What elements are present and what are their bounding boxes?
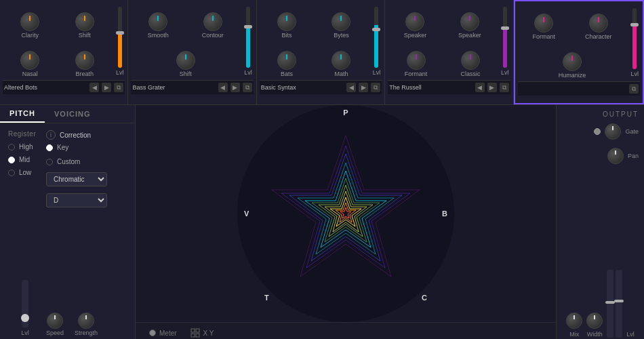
- module-next-btn-3[interactable]: ▶: [359, 83, 368, 92]
- custom-row[interactable]: Custom: [46, 158, 127, 165]
- register-low-label: Low: [19, 169, 31, 176]
- knob-bats[interactable]: [277, 51, 296, 70]
- gate-indicator[interactable]: [594, 128, 601, 135]
- fader-lvl-pink-label: Lvl: [631, 71, 639, 77]
- right-panel: OUTPUT Gate Pan Mix: [556, 105, 644, 339]
- knob-group-classic: Classic: [460, 51, 480, 77]
- knob-math-label: Math: [334, 71, 348, 77]
- module-prev-btn-2[interactable]: ◀: [218, 83, 228, 92]
- knob-speaker2[interactable]: [460, 12, 479, 31]
- knob-bits[interactable]: [277, 12, 296, 31]
- fader-lvl-altered-bots[interactable]: [118, 7, 122, 68]
- main-fader-left[interactable]: [607, 270, 613, 338]
- register-low[interactable]: Low: [8, 169, 42, 176]
- knob-gate[interactable]: [605, 123, 621, 140]
- module-prev-btn-4[interactable]: ◀: [475, 83, 485, 92]
- key-label: Key: [57, 144, 68, 151]
- knob-smooth[interactable]: [148, 12, 167, 31]
- vis-label-c: C: [422, 294, 427, 302]
- module-name-the-russell: The Russell: [389, 84, 472, 91]
- info-icon[interactable]: i: [46, 130, 56, 140]
- register-high[interactable]: High: [8, 143, 42, 151]
- knob-character[interactable]: [589, 14, 608, 33]
- knob-formant1[interactable]: [407, 51, 426, 70]
- vis-label-v: V: [244, 210, 249, 218]
- knob-classic[interactable]: [461, 51, 480, 70]
- lvl-fader-label: Lvl: [21, 330, 29, 336]
- knob-contour[interactable]: [203, 12, 222, 31]
- knob-clarity[interactable]: [20, 12, 39, 31]
- knob-shift2[interactable]: [176, 51, 195, 70]
- knob-humanize[interactable]: [563, 52, 582, 71]
- fader-lvl-basic-syntax[interactable]: [374, 7, 378, 68]
- correction-row: i Correction: [46, 130, 127, 140]
- knob-clarity-label: Clarity: [21, 32, 39, 39]
- key-row[interactable]: Key: [46, 144, 127, 151]
- module-next-btn[interactable]: ▶: [102, 83, 111, 92]
- module-settings-btn-5[interactable]: ⧉: [629, 84, 639, 94]
- module-settings-btn[interactable]: ⧉: [114, 83, 123, 92]
- knob-bytes[interactable]: [331, 12, 350, 31]
- xy-label: X Y: [203, 330, 214, 337]
- knob-speaker2-label: Speaker: [458, 32, 481, 39]
- knob-breath[interactable]: [75, 51, 94, 70]
- register-label: Register: [8, 130, 42, 138]
- output-title: OUTPUT: [603, 111, 639, 118]
- tab-voicing[interactable]: VOICING: [45, 105, 100, 123]
- knob-breath-label: Breath: [75, 71, 94, 77]
- vis-bottom-bar: Meter X Y: [136, 322, 556, 339]
- main-lvl-label: Lvl: [626, 331, 635, 338]
- main-content: PITCH VOICING Register High Mid: [0, 105, 644, 339]
- module-next-btn-2[interactable]: ▶: [230, 83, 240, 92]
- module-settings-btn-4[interactable]: ⧉: [500, 83, 509, 92]
- knob-classic-label: Classic: [460, 71, 480, 77]
- knob-math[interactable]: [331, 51, 350, 70]
- vis-label-t: T: [264, 294, 269, 302]
- chromatic-dropdown[interactable]: Chromatic Major Minor: [46, 172, 107, 186]
- knob-speaker1[interactable]: [405, 12, 424, 31]
- knob-pan[interactable]: [607, 148, 624, 164]
- fader-lvl-pink[interactable]: [632, 8, 637, 69]
- module-prev-btn-3[interactable]: ◀: [346, 83, 356, 92]
- fader-lvl-the-russell[interactable]: [503, 7, 507, 68]
- top-modules-section: Clarity Shift Nasal Breath: [0, 0, 644, 105]
- radio-key: [46, 144, 53, 151]
- knob-width[interactable]: [586, 313, 603, 329]
- gate-label: Gate: [625, 128, 639, 135]
- key-dropdown[interactable]: D C C# D# E: [46, 193, 107, 207]
- knob-strength[interactable]: [78, 313, 94, 329]
- lvl-fader-thumb: [21, 314, 29, 322]
- main-fader-right[interactable]: [616, 270, 622, 338]
- xy-btn[interactable]: X Y: [190, 328, 214, 338]
- knob-group-character: Character: [585, 14, 612, 40]
- module-settings-btn-2[interactable]: ⧉: [243, 83, 252, 92]
- knob-shift[interactable]: [75, 12, 94, 31]
- fader-thumb-left: [605, 301, 615, 304]
- knob-group-math: Math: [331, 51, 350, 77]
- vis-label-b: B: [442, 210, 447, 218]
- module-next-btn-4[interactable]: ▶: [487, 83, 497, 92]
- fader-lvl-bass-grater[interactable]: [246, 7, 250, 68]
- register-mid[interactable]: Mid: [8, 156, 42, 163]
- meter-btn[interactable]: Meter: [149, 330, 177, 337]
- knob-character-label: Character: [585, 33, 612, 40]
- mix-label: Mix: [569, 331, 579, 338]
- fader-lvl-basic-syntax-label: Lvl: [373, 69, 381, 76]
- fader-lvl-the-russell-label: Lvl: [501, 69, 509, 76]
- knob-speed[interactable]: [47, 313, 63, 329]
- register-lvl-fader[interactable]: [22, 280, 28, 327]
- module-prev-btn[interactable]: ◀: [89, 83, 99, 92]
- radio-low: [8, 170, 15, 176]
- knob-contour-label: Contour: [202, 32, 224, 39]
- knob-group-speaker1: Speaker: [404, 12, 427, 39]
- module-settings-btn-3[interactable]: ⧉: [371, 83, 380, 92]
- knob-nasal[interactable]: [20, 51, 39, 70]
- knob-formant2-label: Formant: [533, 33, 556, 40]
- knob-formant2[interactable]: [534, 14, 553, 33]
- tab-pitch[interactable]: PITCH: [0, 105, 45, 123]
- knob-mix[interactable]: [566, 313, 582, 329]
- register-mid-label: Mid: [19, 156, 30, 163]
- fader-lvl-bass-grater-label: Lvl: [244, 69, 252, 76]
- knob-bits-label: Bits: [282, 32, 292, 39]
- radio-mid: [8, 157, 15, 163]
